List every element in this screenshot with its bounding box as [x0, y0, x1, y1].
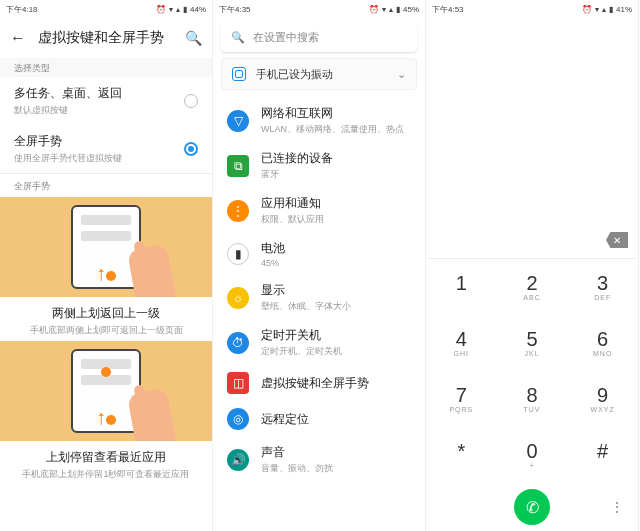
banner-text: 手机已设为振动 — [256, 67, 387, 82]
gesture-tutorial-1: ↑ 两侧上划返回上一级 手机底部两侧上划即可返回上一级页面 — [0, 197, 212, 341]
dialpad-key-8[interactable]: 8TUV — [497, 371, 568, 427]
settings-row-title: 电池 — [261, 240, 411, 257]
page-title: 虚拟按键和全屏手势 — [38, 29, 173, 47]
dialpad-key-6[interactable]: 6MNO — [567, 315, 638, 371]
panel-settings-list: 下午4:35 ⏰ ▾ ▴ ▮ 45% 🔍 在设置中搜索 手机已设为振动 ⌄ ▽网… — [213, 0, 426, 531]
settings-row-sub: 45% — [261, 258, 411, 268]
status-bar: 下午4:35 ⏰ ▾ ▴ ▮ 45% — [213, 0, 425, 18]
settings-row[interactable]: ▽网络和互联网WLAN、移动网络、流量使用、热点 — [213, 98, 425, 143]
alarm-icon: ⏰ — [156, 5, 166, 14]
dialpad-key-0[interactable]: 0+ — [497, 427, 568, 483]
dialpad-key-*[interactable]: * — [426, 427, 497, 483]
settings-row-title: 定时开关机 — [261, 327, 411, 344]
battery-icon: ▮ — [183, 5, 187, 14]
settings-row[interactable]: ⧉已连接的设备蓝牙 — [213, 143, 425, 188]
backspace-button[interactable]: ✕ — [606, 232, 628, 248]
battery-text: 41% — [616, 5, 632, 14]
key-letters: JKL — [524, 350, 539, 358]
dialpad-key-3[interactable]: 3DEF — [567, 259, 638, 315]
signal-icon: ▴ — [389, 5, 393, 14]
signal-icon: ▴ — [176, 5, 180, 14]
back-icon[interactable]: ← — [10, 29, 26, 47]
settings-row[interactable]: ▮电池45% — [213, 233, 425, 275]
section-label-type: 选择类型 — [0, 58, 212, 77]
settings-row[interactable]: ⋮⋮⋮应用和通知权限、默认应用 — [213, 188, 425, 233]
option-navkeys[interactable]: 多任务、桌面、返回 默认虚拟按键 — [0, 77, 212, 125]
alarm-icon: ⏰ — [582, 5, 592, 14]
page-header: ← 虚拟按键和全屏手势 🔍 — [0, 18, 212, 58]
settings-row-icon: ▮ — [227, 243, 249, 265]
panel-dialer: 下午4:53 ⏰ ▾ ▴ ▮ 41% ✕ 12ABC3DEF4GHI5JKL6M… — [426, 0, 639, 531]
vibrate-icon — [232, 67, 246, 81]
vibrate-banner[interactable]: 手机已设为振动 ⌄ — [221, 58, 417, 90]
radio-off-icon[interactable] — [184, 94, 198, 108]
status-time: 下午4:53 — [432, 4, 464, 15]
settings-row[interactable]: ☼显示壁纸、休眠、字体大小 — [213, 275, 425, 320]
option-title: 全屏手势 — [14, 133, 184, 150]
settings-row-icon: ▽ — [227, 110, 249, 132]
radio-on-icon[interactable] — [184, 142, 198, 156]
key-digit: * — [457, 440, 465, 463]
option-fullscreen-gesture[interactable]: 全屏手势 使用全屏手势代替虚拟按键 — [0, 125, 212, 173]
settings-row-title: 虚拟按键和全屏手势 — [261, 375, 411, 392]
key-digit: 9 — [597, 384, 608, 407]
dialpad-key-#[interactable]: # — [567, 427, 638, 483]
settings-row-title: 应用和通知 — [261, 195, 411, 212]
key-letters: TUV — [524, 406, 541, 414]
settings-row-title: 声音 — [261, 444, 411, 461]
settings-row[interactable]: ⏱定时开关机定时开机、定时关机 — [213, 320, 425, 365]
settings-row-icon: ◎ — [227, 408, 249, 430]
status-time: 下午4:18 — [6, 4, 38, 15]
alarm-icon: ⏰ — [369, 5, 379, 14]
status-time: 下午4:35 — [219, 4, 251, 15]
settings-row-icon: ◫ — [227, 372, 249, 394]
dialpad: 12ABC3DEF4GHI5JKL6MNO7PQRS8TUV9WXYZ*0+# — [426, 258, 638, 483]
settings-row[interactable]: ◎远程定位 — [213, 401, 425, 437]
key-letters: DEF — [594, 294, 611, 302]
settings-row[interactable]: ◫虚拟按键和全屏手势 — [213, 365, 425, 401]
settings-row-sub: 权限、默认应用 — [261, 213, 411, 226]
gesture-illustration: ↑ — [0, 197, 212, 297]
tutorial-sub: 手机底部上划并停留1秒即可查看最近应用 — [22, 468, 189, 481]
search-input[interactable]: 🔍 在设置中搜索 — [221, 22, 417, 52]
key-digit: 7 — [456, 384, 467, 407]
key-digit: 0 — [526, 440, 537, 463]
dialpad-key-1[interactable]: 1 — [426, 259, 497, 315]
dialpad-key-2[interactable]: 2ABC — [497, 259, 568, 315]
wifi-icon: ▾ — [382, 5, 386, 14]
dialpad-key-5[interactable]: 5JKL — [497, 315, 568, 371]
more-icon[interactable]: ⋮ — [610, 499, 624, 515]
dialpad-key-4[interactable]: 4GHI — [426, 315, 497, 371]
key-digit: 6 — [597, 328, 608, 351]
search-placeholder: 在设置中搜索 — [253, 30, 319, 45]
settings-row-sub: 蓝牙 — [261, 168, 411, 181]
chevron-down-icon: ⌄ — [397, 68, 406, 81]
settings-row-sub: 定时开机、定时关机 — [261, 345, 411, 358]
key-letters: MNO — [593, 350, 612, 358]
settings-row-title: 远程定位 — [261, 411, 411, 428]
key-digit: # — [597, 440, 608, 463]
key-digit: 2 — [526, 272, 537, 295]
gesture-illustration: ↑ — [0, 341, 212, 441]
settings-row[interactable]: 🔊声音音量、振动、勿扰 — [213, 437, 425, 482]
panel-gesture-settings: 下午4:18 ⏰ ▾ ▴ ▮ 44% ← 虚拟按键和全屏手势 🔍 选择类型 多任… — [0, 0, 213, 531]
dial-bar: ✆ ⋮ — [426, 483, 638, 531]
section-label-gesture: 全屏手势 — [0, 173, 212, 197]
search-icon[interactable]: 🔍 — [185, 30, 202, 46]
option-sub: 使用全屏手势代替虚拟按键 — [14, 152, 184, 165]
option-title: 多任务、桌面、返回 — [14, 85, 184, 102]
settings-row-sub: WLAN、移动网络、流量使用、热点 — [261, 123, 411, 136]
tutorial-title: 上划停留查看最近应用 — [22, 449, 189, 466]
dialpad-key-7[interactable]: 7PQRS — [426, 371, 497, 427]
dialer-display: ✕ — [426, 18, 638, 258]
signal-icon: ▴ — [602, 5, 606, 14]
call-button[interactable]: ✆ — [514, 489, 550, 525]
settings-row-title: 显示 — [261, 282, 411, 299]
wifi-icon: ▾ — [595, 5, 599, 14]
settings-row-sub: 壁纸、休眠、字体大小 — [261, 300, 411, 313]
settings-row-icon: ☼ — [227, 287, 249, 309]
search-icon: 🔍 — [231, 31, 245, 44]
gesture-tutorial-2: ↑ 上划停留查看最近应用 手机底部上划并停留1秒即可查看最近应用 — [0, 341, 212, 485]
battery-icon: ▮ — [396, 5, 400, 14]
dialpad-key-9[interactable]: 9WXYZ — [567, 371, 638, 427]
